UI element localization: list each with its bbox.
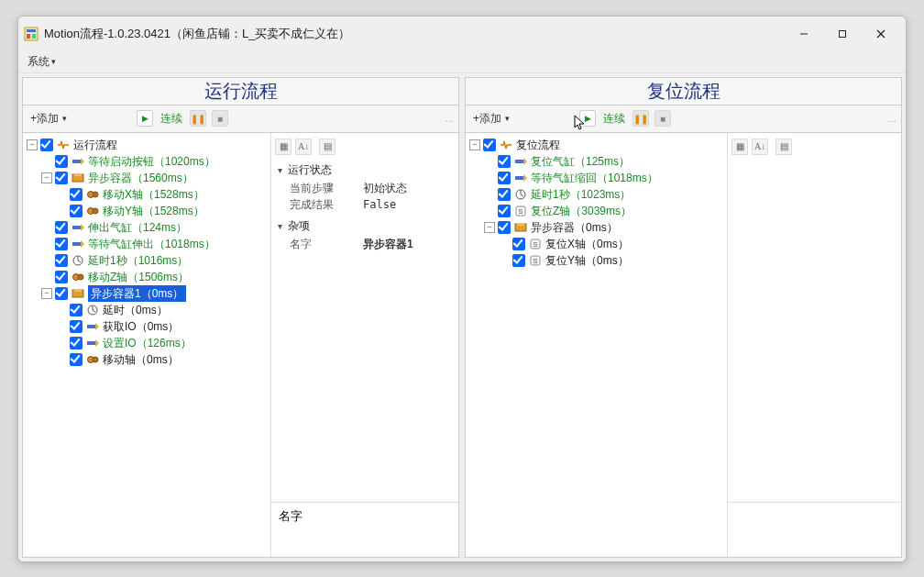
tree-node[interactable]: 延时1秒（1023ms） <box>482 186 725 203</box>
checkbox-icon[interactable] <box>55 238 68 250</box>
categorize-icon[interactable]: ▦ <box>732 139 748 155</box>
tree-node[interactable]: 移动Z轴（1506ms） <box>39 269 269 285</box>
checkbox-icon[interactable] <box>498 205 511 217</box>
sort-az-icon[interactable]: A↓ <box>752 139 768 155</box>
s-icon: S <box>528 238 543 250</box>
prop-row[interactable]: 当前步骤初始状态 <box>275 180 455 196</box>
tree-node[interactable]: −异步容器1（0ms） 延时（0ms） 获取IO（0ms） 设置IO（126ms… <box>39 285 269 368</box>
tree-node[interactable]: 移动X轴（1528ms） <box>54 186 269 203</box>
checkbox-icon[interactable] <box>512 254 525 267</box>
close-button[interactable] <box>862 21 900 47</box>
checkbox-icon[interactable] <box>55 287 68 300</box>
add-label: +添加 <box>30 111 59 127</box>
flow-icon <box>56 139 71 151</box>
tree-node[interactable]: −异步容器（1560ms） 移动X轴（1528ms） 移动Y轴（1528ms） <box>39 170 269 219</box>
checkbox-icon[interactable] <box>70 205 82 217</box>
checkbox-icon[interactable] <box>70 188 82 201</box>
checkbox-icon[interactable] <box>55 271 68 283</box>
tree-node[interactable]: 移动Y轴（1528ms） <box>54 203 269 219</box>
continuous-button[interactable]: 连续 <box>159 111 184 127</box>
tree-node[interactable]: 获取IO（0ms） <box>54 318 269 335</box>
checkbox-icon[interactable] <box>498 172 511 184</box>
tree-node[interactable]: 复位气缸（125ms） <box>482 153 725 170</box>
play-button[interactable]: ▶ <box>579 110 596 127</box>
prop-row[interactable]: 名字异步容器1 <box>275 236 455 252</box>
checkbox-icon[interactable] <box>498 155 511 168</box>
checkbox-icon[interactable] <box>70 304 82 316</box>
checkbox-icon[interactable] <box>55 254 68 267</box>
tree-node[interactable]: S复位Z轴（3039ms） <box>482 203 725 219</box>
stop-button[interactable]: ■ <box>654 110 671 127</box>
expander-icon[interactable]: − <box>484 222 495 233</box>
props-body: ▦ A↓ ▤ <box>728 133 901 502</box>
s-icon: S <box>513 205 528 217</box>
play-button[interactable]: ▶ <box>137 110 153 127</box>
caret-icon[interactable]: ▾ <box>275 165 284 175</box>
checkbox-icon[interactable] <box>70 337 82 350</box>
io-icon <box>71 155 85 168</box>
more-icon[interactable]: … <box>887 114 897 124</box>
tree-root[interactable]: − 复位流程 复位气缸（125ms） 等待气缸缩回（1018ms） 延时1秒（1… <box>468 137 725 269</box>
checkbox-icon[interactable] <box>483 139 496 151</box>
tree-node[interactable]: S复位X轴（0ms） <box>497 236 725 252</box>
tree-reset[interactable]: − 复位流程 复位气缸（125ms） 等待气缸缩回（1018ms） 延时1秒（1… <box>466 133 727 557</box>
tree-node[interactable]: 等待气缸伸出（1018ms） <box>39 236 269 252</box>
caret-icon[interactable]: ▾ <box>275 221 284 231</box>
minimize-button[interactable] <box>785 21 823 47</box>
pages-icon[interactable]: ▤ <box>776 139 792 155</box>
checkbox-icon[interactable] <box>55 221 68 234</box>
add-button[interactable]: +添加 ▾ <box>27 109 71 128</box>
prop-toolbar: ▦ A↓ ▤ <box>732 137 897 157</box>
tree-node[interactable]: −异步容器（0ms） S复位X轴（0ms） S复位Y轴（0ms） <box>482 219 725 269</box>
sort-az-icon[interactable]: A↓ <box>295 139 312 155</box>
svg-rect-33 <box>517 223 524 226</box>
checkbox-icon[interactable] <box>512 238 525 250</box>
more-icon[interactable]: … <box>445 114 455 124</box>
clock-icon <box>85 304 100 316</box>
node-label: 复位X轴（0ms） <box>545 236 629 252</box>
props-body: ▦ A↓ ▤ ▾运行状态 当前步骤初始状态 完成结果False ▾杂项 名字异步… <box>271 133 458 502</box>
property-grid-left: ▦ A↓ ▤ ▾运行状态 当前步骤初始状态 完成结果False ▾杂项 名字异步… <box>270 133 458 557</box>
checkbox-icon[interactable] <box>55 155 68 168</box>
tree-node[interactable]: 延时1秒（1016ms） <box>39 252 269 269</box>
expander-icon[interactable]: − <box>469 139 480 150</box>
tree-node[interactable]: 设置IO（126ms） <box>54 335 269 351</box>
checkbox-icon[interactable] <box>498 188 511 201</box>
node-label: 复位流程 <box>516 137 560 153</box>
maximize-button[interactable] <box>823 21 862 47</box>
expander-icon[interactable]: − <box>27 139 38 150</box>
continuous-button[interactable]: 连续 <box>601 111 627 127</box>
pages-icon[interactable]: ▤ <box>319 139 336 155</box>
add-button[interactable]: +添加 ▾ <box>469 109 513 128</box>
clock-icon <box>513 188 528 201</box>
checkbox-icon[interactable] <box>498 221 511 234</box>
stop-button[interactable]: ■ <box>212 110 228 127</box>
svg-rect-10 <box>74 173 82 176</box>
tree-node[interactable]: 等待气缸缩回（1018ms） <box>482 170 725 186</box>
prop-group-misc: ▾杂项 名字异步容器1 <box>275 216 455 252</box>
node-label: 获取IO（0ms） <box>103 318 179 335</box>
pause-button[interactable]: ❚❚ <box>632 110 649 127</box>
checkbox-icon[interactable] <box>70 353 82 366</box>
tree-node[interactable]: 伸出气缸（124ms） <box>39 219 269 236</box>
checkbox-icon[interactable] <box>70 320 82 333</box>
node-label: 延时1秒（1016ms） <box>88 252 188 269</box>
checkbox-icon[interactable] <box>55 172 68 184</box>
prop-row[interactable]: 完成结果False <box>275 196 455 213</box>
categorize-icon[interactable]: ▦ <box>275 139 292 155</box>
node-label: 复位Z轴（3039ms） <box>531 203 632 219</box>
property-grid-right: ▦ A↓ ▤ <box>727 133 901 557</box>
tree-node[interactable]: 等待启动按钮（1020ms） <box>39 153 269 170</box>
expander-icon[interactable]: − <box>41 288 52 299</box>
checkbox-icon[interactable] <box>40 139 53 151</box>
tree-root[interactable]: − 运行流程 等待启动按钮（1020ms） −异步容器（1560ms） <box>25 137 269 368</box>
svg-point-12 <box>93 192 98 197</box>
node-label: 运行流程 <box>73 137 117 153</box>
menu-system[interactable]: 系统 ▾ <box>22 54 61 70</box>
expander-icon[interactable]: − <box>41 172 52 183</box>
tree-node[interactable]: 延时（0ms） <box>54 302 269 318</box>
tree-node[interactable]: S复位Y轴（0ms） <box>497 252 725 269</box>
pause-button[interactable]: ❚❚ <box>190 110 206 127</box>
tree-node[interactable]: 移动轴（0ms） <box>54 351 269 368</box>
tree-run[interactable]: − 运行流程 等待启动按钮（1020ms） −异步容器（1560ms） <box>23 133 270 557</box>
